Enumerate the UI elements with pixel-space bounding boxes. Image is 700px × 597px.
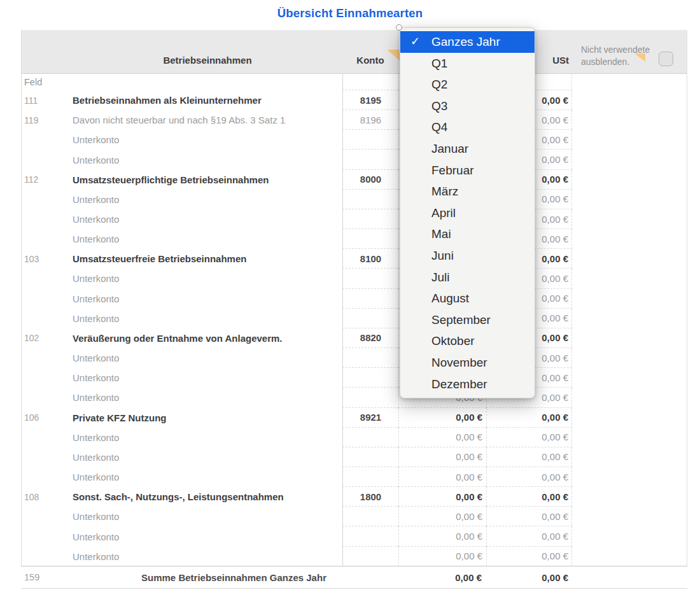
cell-label[interactable]: Unterkonto [57,194,342,205]
col-header-konto: Konto [342,55,398,73]
menu-item[interactable]: ✓ Juni [400,245,535,267]
menu-item[interactable]: ✓ März [400,181,535,202]
menu-item[interactable]: ✓ August [400,288,535,309]
feld-row: Feld [22,74,687,90]
cell-ust[interactable]: 0,00 € [486,547,572,566]
menu-item[interactable]: ✓ Dezember [400,374,535,395]
cell-label[interactable]: Unterkonto [57,452,342,463]
menu-anchor-handle-icon[interactable] [396,24,402,31]
einnahmen-table: Betriebseinnahmen Konto USt Nicht verwen… [21,30,687,566]
menu-item[interactable]: ✓ Oktober [400,330,535,352]
summe-amount-cell[interactable]: 0,00 € [398,572,486,583]
cell-amount[interactable]: 0,00 € [398,408,486,428]
cell-konto[interactable] [342,209,398,229]
hide-unused-group: Nicht verwendete ausblenden. [572,44,687,73]
table-row: 106 Private KFZ Nutzung 8921 0,00 € 0,00… [22,408,687,428]
spreadsheet-canvas: Übersicht Einnahmearten Betriebseinnahme… [0,0,700,597]
cell-label[interactable]: Umsatzsteuerfreie Betriebseinnahmen [57,253,342,264]
cell-label[interactable]: Unterkonto [57,134,342,145]
menu-item[interactable]: ✓ Ganzes Jahr [400,31,535,53]
cell-amount[interactable]: 0,00 € [398,447,486,467]
cell-label[interactable]: Private KFZ Nutzung [57,412,342,423]
hide-unused-checkbox[interactable] [659,52,673,66]
cell-ust[interactable]: 0,00 € [486,467,572,487]
cell-konto[interactable]: 8100 [342,249,398,269]
cell-ust[interactable]: 0,00 € [486,408,572,428]
menu-item[interactable]: ✓ Q3 [400,95,535,117]
table-row: Unterkonto 0,00 € 0,00 € [22,447,687,467]
cell-konto[interactable] [342,428,398,447]
cell-label[interactable]: Unterkonto [57,234,342,244]
cell-konto[interactable] [342,150,398,169]
menu-item[interactable]: ✓ Q2 [400,74,535,95]
cell-konto[interactable] [342,388,398,407]
table-row: 108 Sonst. Sach-, Nutzungs-, Leistungsen… [22,487,687,507]
cell-konto[interactable] [342,289,398,309]
cell-ust[interactable]: 0,00 € [486,526,572,546]
cell-konto[interactable] [342,348,398,368]
menu-item[interactable]: ✓ Mai [400,223,535,245]
cell-label[interactable]: Unterkonto [57,551,342,562]
cell-label[interactable]: Davon nicht steuerbar und nach §19 Abs. … [57,115,342,125]
cell-konto[interactable] [342,229,398,249]
cell-feld: 106 [22,412,57,423]
cell-konto[interactable] [342,447,398,467]
cell-konto[interactable] [342,130,398,150]
summe-feld: 159 [21,572,56,582]
table-row: 119 Davon nicht steuerbar und nach §19 A… [22,110,687,130]
cell-ust[interactable]: 0,00 € [486,428,572,447]
menu-item[interactable]: ✓ Juli [400,267,535,288]
cell-ust[interactable]: 0,00 € [486,487,572,507]
cell-amount[interactable]: 0,00 € [398,467,486,487]
cell-label[interactable]: Unterkonto [57,353,342,363]
cell-konto[interactable]: 8196 [342,110,398,130]
cell-konto[interactable] [342,269,398,288]
cell-amount[interactable]: 0,00 € [398,507,486,526]
cell-label[interactable]: Betriebseinnahmen als Kleinunternehmer [57,95,342,106]
cell-label[interactable]: Unterkonto [57,273,342,284]
menu-item[interactable]: ✓ Januar [400,138,535,160]
cell-konto[interactable]: 8921 [342,408,398,428]
col-header-betriebseinnahmen: Betriebseinnahmen [22,55,342,73]
cell-label[interactable]: Unterkonto [57,392,342,403]
cell-konto[interactable]: 1800 [342,487,398,507]
cell-amount[interactable]: 0,00 € [398,547,486,566]
menu-item[interactable]: ✓ November [400,352,535,374]
cell-konto[interactable] [342,309,398,328]
cell-label[interactable]: Unterkonto [57,313,342,324]
cell-konto[interactable] [342,507,398,526]
cell-label[interactable]: Unterkonto [57,432,342,443]
table-row: 111 Betriebseinnahmen als Kleinunternehm… [22,90,687,110]
cell-konto[interactable] [342,467,398,487]
cell-label[interactable]: Unterkonto [57,214,342,225]
menu-item[interactable]: ✓ Q1 [400,53,535,74]
cell-label[interactable]: Unterkonto [57,293,342,304]
cell-label[interactable]: Umsatzsteuerpflichtige Betriebseinnahmen [57,174,342,185]
cell-label[interactable]: Unterkonto [57,472,342,482]
cell-label[interactable]: Veräußerung oder Entnahme von Anlageverm… [57,333,342,344]
cell-amount[interactable]: 0,00 € [398,526,486,546]
cell-konto[interactable]: 8820 [342,328,398,348]
cell-konto[interactable] [342,368,398,388]
cell-ust[interactable]: 0,00 € [486,507,572,526]
cell-label[interactable]: Sonst. Sach-, Nutzungs-, Leistungsentnah… [57,491,342,502]
cell-amount[interactable]: 0,00 € [398,487,486,507]
cell-label[interactable]: Unterkonto [57,531,342,542]
summe-ust-cell[interactable]: 0,00 € [486,572,571,583]
cell-label[interactable]: Unterkonto [57,372,342,383]
cell-konto[interactable]: 8195 [342,90,398,110]
cell-konto[interactable] [342,526,398,546]
menu-item[interactable]: ✓ April [400,202,535,224]
cell-label[interactable]: Unterkonto [57,511,342,522]
cell-konto[interactable] [342,190,398,209]
cell-label[interactable]: Unterkonto [57,155,342,165]
cell-ust[interactable]: 0,00 € [486,447,572,467]
menu-item[interactable]: ✓ Q4 [400,116,535,138]
cell-amount[interactable]: 0,00 € [398,428,486,447]
menu-item[interactable]: ✓ Februar [400,160,535,181]
cell-konto[interactable] [342,547,398,566]
cell-konto[interactable]: 8000 [342,170,398,190]
menu-item[interactable]: ✓ September [400,309,535,331]
table-row: Unterkonto 0,00 € 0,00 € [22,507,687,526]
table-body: 111 Betriebseinnahmen als Kleinunternehm… [22,90,687,566]
